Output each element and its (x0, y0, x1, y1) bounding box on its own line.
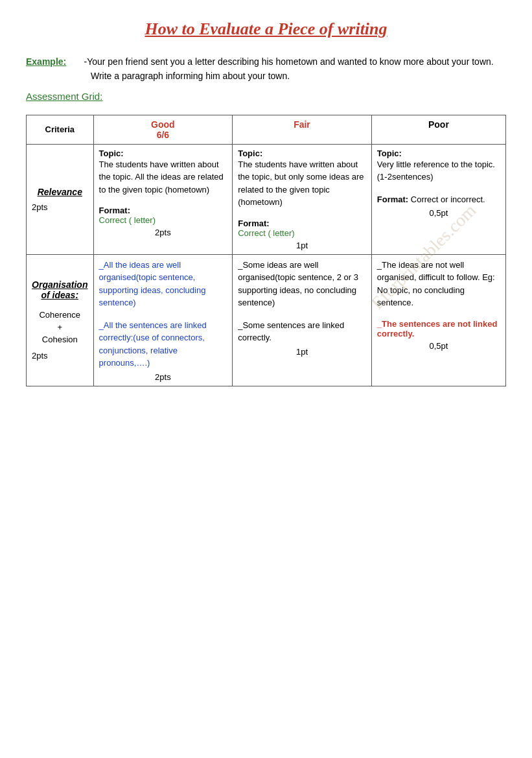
fair-relevance: Topic: The students have written about t… (233, 144, 372, 254)
good-relevance: Topic: The students have written about t… (93, 144, 233, 254)
header-poor: Poor (371, 115, 505, 144)
poor-organisation: _The ideas are not well organised, diffi… (371, 254, 505, 386)
fair-organisation: _Some ideas are well organised(topic sen… (233, 254, 372, 386)
criteria-relevance: Relevance 2pts (27, 144, 94, 254)
header-fair: Fair (233, 115, 372, 144)
example-text: -Your pen friend sent you a letter descr… (84, 56, 493, 67)
intro-section: Example: -Your pen friend sent you a let… (26, 54, 506, 104)
criteria-organisation: Organisation of ideas: Coherence + Cohes… (27, 254, 94, 386)
table-row: Relevance 2pts Topic: The students have … (27, 144, 506, 254)
assessment-label: Assessment Grid: (26, 91, 102, 102)
example-text2: Write a paragraph informing him about yo… (26, 69, 506, 83)
header-criteria: Criteria (27, 115, 94, 144)
assessment-table: Criteria Good 6/6 Fair Poor Relevance 2p… (26, 115, 506, 386)
example-label: Example: (26, 56, 66, 67)
good-organisation: _All the ideas are well organised(topic … (93, 254, 233, 386)
poor-relevance: Topic: Very little reference to the topi… (371, 144, 505, 254)
header-good: Good 6/6 (93, 115, 233, 144)
table-row: Organisation of ideas: Coherence + Cohes… (27, 254, 506, 386)
page-title: How to Evaluate a Piece of writing (26, 19, 506, 39)
